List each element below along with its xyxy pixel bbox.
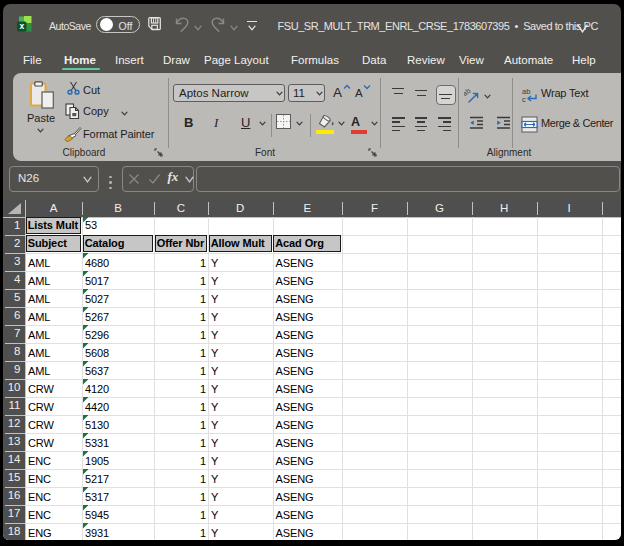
- svg-text:c: c: [522, 95, 526, 104]
- svg-text:x: x: [19, 21, 24, 31]
- svg-text:ab: ab: [464, 87, 472, 97]
